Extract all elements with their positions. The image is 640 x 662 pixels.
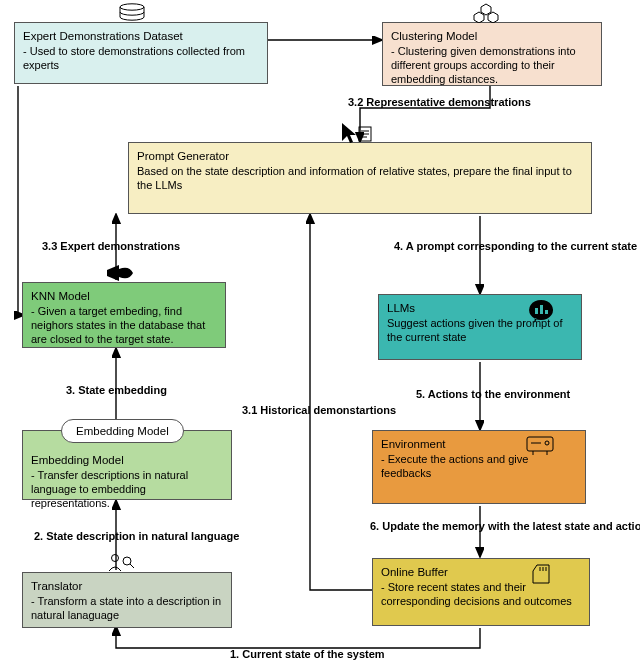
database-icon: [115, 3, 149, 25]
chart-bubble-icon: [527, 299, 555, 323]
embedding-pill: Embedding Model: [61, 419, 184, 443]
device-icon: [525, 435, 555, 457]
edge-5-label: 5. Actions to the environment: [416, 388, 570, 400]
edge-6-label: 6. Update the memory with the latest sta…: [370, 520, 640, 532]
edge-3-3-label: 3.3 Expert demonstrations: [42, 240, 180, 252]
svg-point-18: [123, 557, 131, 565]
prompt-title: Prompt Generator: [137, 149, 583, 163]
svg-rect-10: [540, 305, 543, 314]
svg-marker-3: [474, 12, 484, 23]
expert-desc: - Used to store demonstrations collected…: [23, 45, 259, 73]
edge-3-2-label: 3.2 Representative demonstrations: [348, 96, 531, 108]
prompt-generator-box: Prompt Generator Based on the state desc…: [128, 142, 592, 214]
embed-desc: - Transfer descriptions in natural langu…: [31, 469, 223, 510]
clustering-box: Clustering Model - Clustering given demo…: [382, 22, 602, 86]
cluster-title: Clustering Model: [391, 29, 593, 43]
svg-marker-4: [488, 12, 498, 23]
knn-box: KNN Model - Given a target embeding, fin…: [22, 282, 226, 348]
embedding-box: Embedding Model Embedding Model - Transf…: [22, 430, 232, 500]
trans-title: Translator: [31, 579, 223, 593]
person-search-icon: [107, 553, 135, 573]
megaphone-icon: [105, 263, 135, 283]
svg-rect-11: [545, 310, 548, 314]
cursor-doc-icon: [339, 121, 373, 145]
knn-desc: - Given a target embeding, find neighors…: [31, 305, 217, 346]
cluster-desc: - Clustering given demonstrations into d…: [391, 45, 593, 86]
trans-desc: - Transform a state into a description i…: [31, 595, 223, 623]
edge-3-label: 3. State embedding: [66, 384, 167, 396]
environment-box: Environment - Execute the actions and gi…: [372, 430, 586, 504]
expert-dataset-box: Expert Demonstrations Dataset - Used to …: [14, 22, 268, 84]
embed-title: Embedding Model: [31, 453, 223, 467]
svg-marker-2: [481, 4, 491, 15]
knn-title: KNN Model: [31, 289, 217, 303]
edge-4-label: 4. A prompt corresponding to the current…: [394, 240, 637, 252]
online-buffer-box: Online Buffer - Store recent states and …: [372, 558, 590, 626]
llms-box: LLMs Suggest actions given the prompt of…: [378, 294, 582, 360]
svg-rect-9: [535, 308, 538, 314]
edge-1-label: 1. Current state of the system: [230, 648, 385, 660]
cluster-icon: [473, 3, 499, 23]
env-desc: - Execute the actions and give feedbacks: [381, 453, 577, 481]
expert-title: Expert Demonstrations Dataset: [23, 29, 259, 43]
prompt-desc: Based on the state description and infor…: [137, 165, 583, 193]
buffer-desc: - Store recent states and their correspo…: [381, 581, 581, 609]
edge-2-label: 2. State description in natural language: [34, 530, 239, 542]
translator-box: Translator - Transform a state into a de…: [22, 572, 232, 628]
sd-card-icon: [531, 563, 553, 585]
svg-point-17: [112, 555, 119, 562]
edge-3-1-label: 3.1 Historical demonstartions: [242, 404, 396, 416]
svg-line-19: [130, 564, 134, 568]
svg-point-14: [545, 441, 549, 445]
svg-point-1: [120, 4, 144, 10]
